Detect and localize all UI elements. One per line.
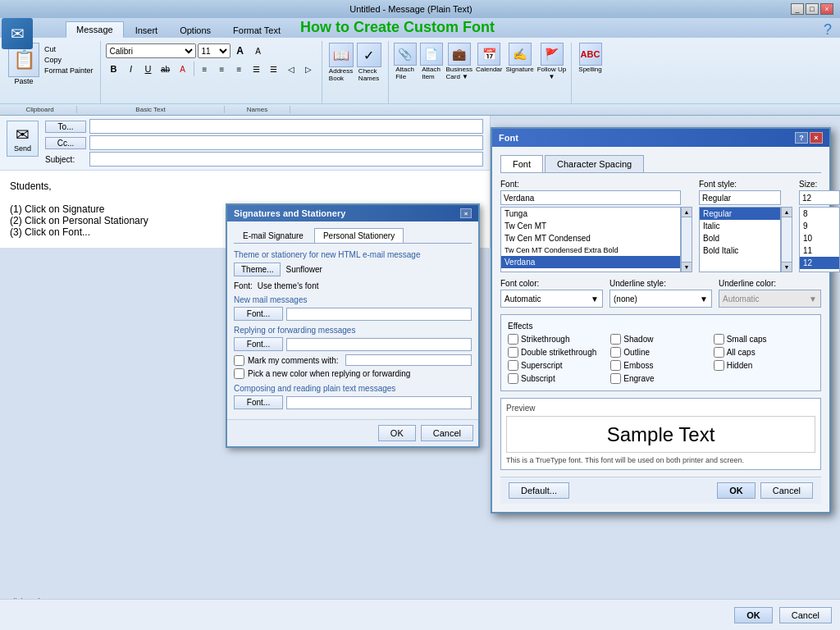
font-item-twcenmt-cond-extra[interactable]: Tw Cen MT Condensed Extra Bold	[501, 244, 680, 256]
style-bold[interactable]: Bold	[700, 232, 780, 244]
attach-item-btn[interactable]: 📄 AttachItem	[420, 43, 443, 103]
underline-style-select[interactable]: (none) ▼	[609, 290, 712, 308]
font-dialog-close[interactable]: ×	[810, 132, 823, 144]
close-btn[interactable]: ×	[820, 3, 833, 15]
maximize-btn[interactable]: □	[806, 3, 819, 15]
follow-up-btn[interactable]: 🚩 Follow Up ▼	[537, 43, 573, 103]
subscript-check[interactable]	[508, 373, 518, 384]
sig-tab-stationery[interactable]: Personal Stationery	[314, 228, 404, 243]
business-card-btn[interactable]: 💼 BusinessCard ▼	[446, 43, 472, 103]
font-cancel-btn[interactable]: Cancel	[760, 482, 813, 499]
shadow-check[interactable]	[610, 334, 621, 345]
style-italic[interactable]: Italic	[700, 220, 780, 232]
emboss-check[interactable]	[610, 360, 621, 371]
underline-btn[interactable]: U	[140, 61, 157, 77]
font-select[interactable]: Calibri Verdana Arial	[106, 43, 196, 58]
hidden-check[interactable]	[714, 360, 724, 371]
tab-options[interactable]: Options	[169, 22, 221, 38]
to-input[interactable]	[89, 119, 483, 134]
font-item-twcenmt-cond[interactable]: Tw Cen MT Condensed	[501, 232, 680, 244]
bold-btn[interactable]: B	[106, 61, 122, 77]
mark-comments-input[interactable]	[345, 354, 472, 366]
tab-format-text[interactable]: Format Text	[222, 22, 291, 38]
sig-cancel-btn[interactable]: Cancel	[421, 425, 473, 441]
spelling-btn[interactable]: ABC Spelling	[578, 43, 601, 103]
font-ok-btn[interactable]: OK	[717, 482, 756, 499]
copy-btn[interactable]: Copy	[43, 55, 95, 65]
send-button[interactable]: ✉ Send	[7, 121, 39, 157]
scroll-down[interactable]: ▼	[682, 262, 692, 272]
new-mail-font-btn[interactable]: Font...	[234, 307, 283, 321]
font-name-input[interactable]	[500, 190, 681, 205]
style-input[interactable]	[699, 190, 781, 205]
font-tab-font[interactable]: Font	[500, 155, 543, 172]
cc-input[interactable]	[89, 135, 483, 150]
strikethrough-btn[interactable]: ab	[158, 61, 174, 77]
strikethrough-check[interactable]	[508, 334, 518, 345]
font-dialog-help[interactable]: ?	[795, 132, 808, 144]
subject-input[interactable]	[89, 152, 483, 167]
size-10[interactable]: 10	[800, 232, 839, 244]
font-tab-spacing[interactable]: Character Spacing	[545, 155, 644, 172]
sig-dialog-close[interactable]: ×	[460, 208, 472, 218]
address-book-btn[interactable]: 📖 AddressBook	[329, 43, 354, 82]
align-left-btn[interactable]: ≡	[197, 61, 213, 77]
style-scroll-up[interactable]: ▲	[782, 208, 792, 217]
reply-font-btn[interactable]: Font...	[234, 337, 283, 351]
increase-indent-btn[interactable]: ▷	[300, 61, 317, 77]
theme-button[interactable]: Theme...	[234, 262, 281, 276]
cut-btn[interactable]: Cut	[43, 44, 95, 54]
size-input[interactable]	[799, 190, 840, 205]
double-strike-check[interactable]	[508, 347, 518, 358]
align-right-btn[interactable]: ≡	[231, 61, 248, 77]
font-item-tunga[interactable]: Tunga	[501, 208, 680, 220]
sig-tab-email[interactable]: E-mail Signature	[234, 228, 313, 243]
font-item-twcenmt[interactable]: Tw Cen MT	[501, 220, 680, 232]
tab-insert[interactable]: Insert	[125, 22, 169, 38]
size-list[interactable]: 8 9 10 11 12	[799, 207, 840, 272]
style-bold-italic[interactable]: Bold Italic	[700, 244, 780, 257]
superscript-check[interactable]	[508, 360, 518, 371]
align-center-btn[interactable]: ≡	[214, 61, 231, 77]
number-list-btn[interactable]: ☰	[266, 61, 282, 77]
bullet-list-btn[interactable]: ☰	[249, 61, 265, 77]
grow-font-btn[interactable]: A	[232, 43, 249, 59]
style-scroll-down[interactable]: ▼	[782, 262, 792, 272]
minimize-btn[interactable]: _	[791, 3, 804, 15]
help-btn[interactable]: ?	[824, 21, 832, 39]
mark-comments-check[interactable]	[234, 355, 244, 366]
composing-font-btn[interactable]: Font...	[234, 395, 283, 409]
check-names-btn[interactable]: ✓ CheckNames	[357, 43, 381, 82]
outer-ok-btn[interactable]: OK	[734, 607, 773, 623]
pick-color-check[interactable]	[234, 368, 244, 379]
to-button[interactable]: To...	[45, 121, 86, 133]
default-btn[interactable]: Default...	[509, 482, 569, 499]
italic-btn[interactable]: I	[123, 61, 139, 77]
size-9[interactable]: 9	[800, 220, 839, 232]
cc-button[interactable]: Cc...	[45, 137, 86, 149]
style-list[interactable]: Regular Italic Bold Bold Italic	[699, 207, 781, 272]
attach-file-btn[interactable]: 📎 AttachFile	[394, 43, 417, 103]
tab-message[interactable]: Message	[66, 21, 124, 38]
outer-cancel-btn[interactable]: Cancel	[779, 607, 832, 623]
size-select[interactable]: 11 12 14	[198, 43, 231, 58]
font-item-verdana[interactable]: Verdana	[501, 256, 680, 268]
small-caps-check[interactable]	[714, 334, 724, 345]
decrease-indent-btn[interactable]: ◁	[283, 61, 299, 77]
shrink-font-btn[interactable]: A	[250, 43, 267, 59]
font-color-select[interactable]: Automatic ▼	[500, 290, 603, 308]
format-painter-btn[interactable]: Format Painter	[43, 66, 95, 75]
style-regular[interactable]: Regular	[700, 208, 780, 220]
font-color-btn[interactable]: A	[175, 61, 191, 77]
outline-check[interactable]	[610, 347, 621, 358]
engrave-check[interactable]	[610, 373, 621, 384]
size-11[interactable]: 11	[800, 244, 839, 257]
size-8[interactable]: 8	[800, 208, 839, 220]
sig-ok-btn[interactable]: OK	[378, 425, 416, 441]
all-caps-check[interactable]	[714, 347, 724, 358]
font-list[interactable]: Tunga Tw Cen MT Tw Cen MT Condensed Tw C…	[500, 207, 681, 272]
size-12[interactable]: 12	[800, 257, 839, 269]
scroll-up[interactable]: ▲	[682, 208, 692, 217]
calendar-btn[interactable]: 📅 Calendar	[476, 43, 502, 103]
signature-btn[interactable]: ✍ Signature	[505, 43, 533, 103]
